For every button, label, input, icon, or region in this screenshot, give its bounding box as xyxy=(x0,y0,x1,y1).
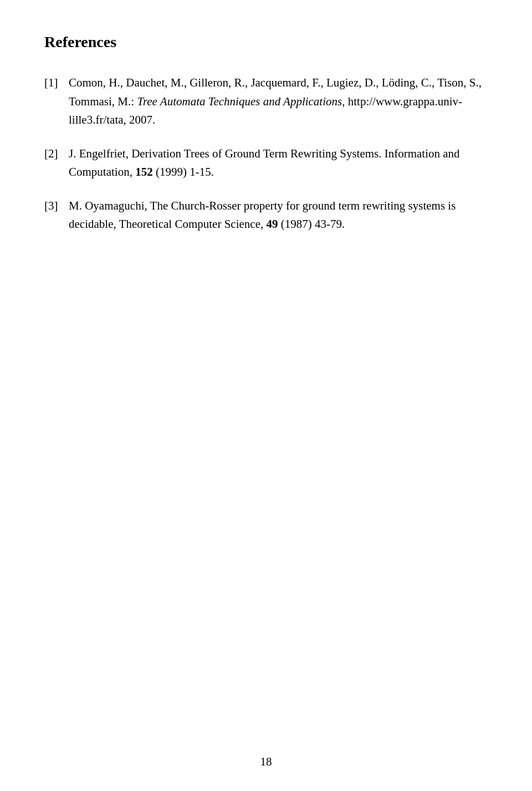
page: References [1] Comon, H., Dauchet, M., G… xyxy=(0,0,532,791)
list-item: [3] M. Oyamaguchi, The Church-Rosser pro… xyxy=(44,197,488,233)
reference-content-2: J. Engelfriet, Derivation Trees of Groun… xyxy=(69,145,488,181)
reference-content-3: M. Oyamaguchi, The Church-Rosser propert… xyxy=(69,197,488,233)
reference-label-1: [1] xyxy=(44,74,69,92)
page-number: 18 xyxy=(260,753,272,771)
list-item: [2] J. Engelfriet, Derivation Trees of G… xyxy=(44,145,488,181)
references-list: [1] Comon, H., Dauchet, M., Gilleron, R.… xyxy=(44,74,488,233)
reference-content-1: Comon, H., Dauchet, M., Gilleron, R., Ja… xyxy=(69,74,488,129)
page-title: References xyxy=(44,30,488,54)
list-item: [1] Comon, H., Dauchet, M., Gilleron, R.… xyxy=(44,74,488,129)
reference-label-3: [3] xyxy=(44,197,69,215)
reference-label-2: [2] xyxy=(44,145,69,163)
